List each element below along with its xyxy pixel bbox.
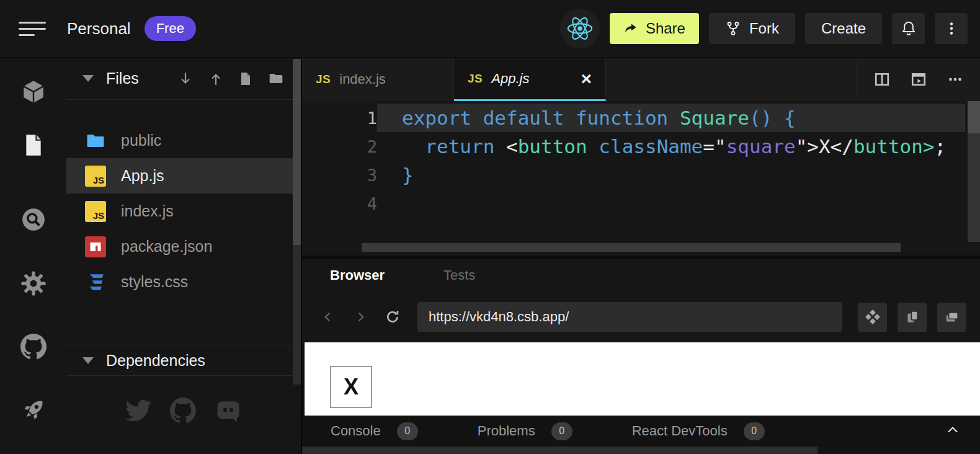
preview-window-icon[interactable] [910, 71, 927, 87]
chevron-down-icon [82, 357, 94, 364]
social-links [66, 398, 301, 424]
editor-vertical-scrollbar[interactable] [968, 101, 980, 242]
gear-icon[interactable] [19, 269, 48, 298]
close-icon[interactable]: × [581, 69, 592, 88]
create-label: Create [821, 20, 866, 37]
file-row-package.json[interactable]: package.json [66, 229, 301, 264]
line-number: 2 [302, 137, 377, 156]
url-bar [302, 292, 980, 342]
new-folder-icon[interactable] [267, 71, 285, 87]
files-panel: Files publicJSApp.jsJSindex.jspackage.js… [66, 58, 302, 454]
menu-icon[interactable] [19, 22, 46, 36]
devtools-bar: Console0Problems0React DevTools0 [302, 416, 980, 447]
rocket-icon[interactable] [19, 396, 48, 424]
devtools-label: Console [331, 423, 381, 439]
search-icon[interactable] [19, 205, 48, 234]
fork-label: Fork [749, 20, 779, 37]
github-icon[interactable] [19, 332, 48, 361]
line-number: 3 [302, 166, 377, 185]
folder-icon [85, 130, 106, 151]
editor-tab-index.js[interactable]: JSindex.js [302, 58, 454, 101]
download-icon[interactable] [177, 71, 194, 87]
scrollbar-thumb[interactable] [302, 447, 817, 454]
browser-tab-bar: BrowserTests [302, 259, 980, 292]
box-icon[interactable] [19, 78, 48, 106]
file-icon[interactable] [19, 131, 48, 159]
workspace-name[interactable]: Personal [67, 19, 131, 38]
file-row-App.js[interactable]: JSApp.js [66, 158, 301, 194]
tab-label: App.js [491, 71, 529, 87]
split-view-icon[interactable] [873, 71, 891, 87]
editor-tab-bar: JSindex.jsJSApp.js× [302, 58, 980, 101]
refresh-icon[interactable] [380, 305, 405, 329]
topbar-actions: Share Fork Create [560, 9, 968, 48]
browser-tab-browser[interactable]: Browser [330, 267, 385, 283]
files-header: Files [66, 58, 301, 100]
top-bar: Personal Free Share [0, 0, 980, 58]
count-badge: 0 [397, 422, 418, 440]
back-icon[interactable] [316, 305, 341, 329]
browser-panel: BrowserTests [302, 259, 980, 454]
plan-badge: Free [145, 16, 196, 41]
twitter-icon[interactable] [125, 398, 151, 424]
devtools-item-problems[interactable]: Problems0 [478, 422, 572, 440]
count-badge: 0 [551, 422, 572, 440]
forward-icon[interactable] [348, 305, 373, 329]
editor-horizontal-scrollbar[interactable] [362, 243, 901, 252]
file-row-styles.css[interactable]: styles.css [66, 264, 301, 300]
code-line-4: 4 [302, 189, 980, 218]
share-button[interactable]: Share [610, 13, 699, 44]
devtools-icon[interactable] [858, 303, 887, 332]
devtools-scrollbar [302, 447, 980, 454]
tab-label: index.js [339, 71, 386, 87]
file-list: publicJSApp.jsJSindex.jspackage.jsonstyl… [66, 100, 301, 300]
upload-icon[interactable] [208, 71, 224, 87]
responsive-mode-icon[interactable] [898, 303, 927, 332]
editor-actions [857, 58, 980, 101]
more-menu-button[interactable] [935, 13, 968, 44]
devtools-item-react-devtools[interactable]: React DevTools0 [632, 422, 765, 440]
share-label: Share [646, 20, 685, 37]
chevron-down-icon[interactable] [82, 75, 94, 82]
line-number: 4 [302, 194, 377, 213]
notifications-button[interactable] [892, 13, 925, 44]
file-row-public[interactable]: public [66, 123, 301, 158]
activity-bar [0, 58, 66, 454]
devtools-item-console[interactable]: Console0 [331, 422, 418, 440]
css-file-icon [85, 272, 106, 293]
github-icon[interactable] [170, 398, 196, 424]
file-row-index.js[interactable]: JSindex.js [66, 194, 301, 229]
new-file-icon[interactable] [238, 71, 253, 87]
url-input[interactable] [417, 302, 842, 332]
npm-file-icon [85, 236, 106, 257]
files-title: Files [106, 69, 139, 87]
line-number: 1 [302, 109, 377, 128]
editor-tab-App.js[interactable]: JSApp.js× [454, 58, 606, 101]
file-name: public [121, 131, 161, 149]
share-icon [623, 21, 638, 36]
code-text: return <button className="square">X</but… [377, 132, 965, 161]
browser-tab-tests[interactable]: Tests [443, 267, 475, 283]
react-logo-icon [560, 9, 600, 48]
discord-icon[interactable] [215, 398, 242, 424]
code-area[interactable]: 1export default function Square() {2 ret… [302, 101, 980, 218]
files-scrollbar[interactable] [293, 59, 301, 385]
code-line-1: 1export default function Square() { [302, 104, 980, 132]
file-name: index.js [121, 202, 174, 220]
file-name: App.js [121, 167, 164, 185]
fork-button[interactable]: Fork [709, 13, 795, 44]
code-text [377, 189, 965, 218]
file-name: package.json [121, 238, 212, 256]
js-file-icon: JS [316, 73, 331, 86]
editor: JSindex.jsJSApp.js× 1export default func… [302, 58, 980, 256]
code-line-2: 2 return <button className="square">X</b… [302, 132, 980, 161]
open-in-new-window-icon[interactable] [937, 303, 966, 332]
fork-icon [725, 20, 741, 37]
square-button[interactable]: X [330, 366, 372, 408]
create-button[interactable]: Create [805, 13, 882, 44]
ellipsis-icon[interactable] [947, 71, 964, 87]
chevron-up-icon[interactable] [947, 425, 959, 434]
dependencies-header[interactable]: Dependencies [66, 345, 300, 376]
js-file-icon: JS [85, 201, 106, 222]
file-name: styles.css [121, 273, 188, 291]
